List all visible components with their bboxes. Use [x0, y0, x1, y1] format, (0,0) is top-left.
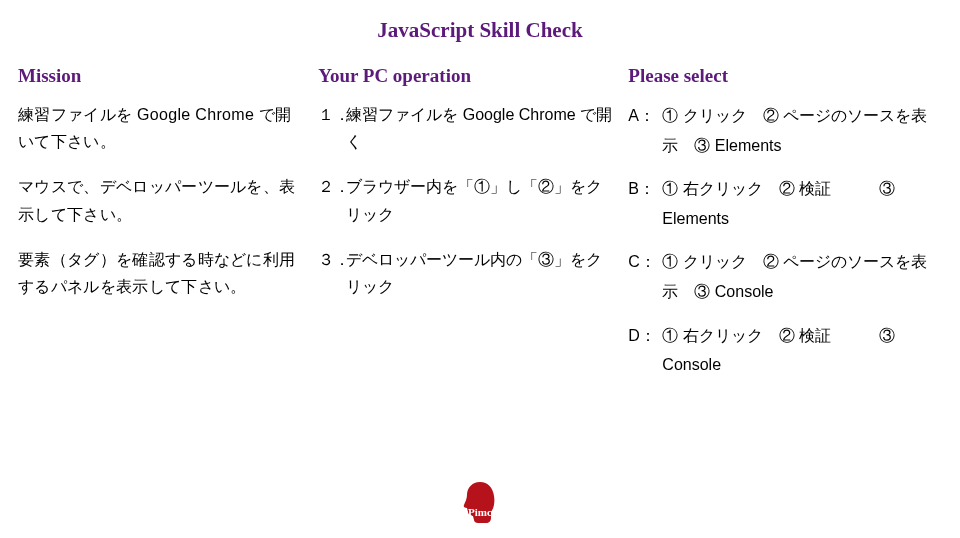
select-heading: Please select [628, 65, 942, 87]
operation-text: デベロッパーツール内の「③」をクリック [346, 246, 612, 300]
operation-number: １． [318, 101, 346, 155]
select-opts: ① クリック ② ページのソースを表示 ③ Elements [662, 101, 942, 160]
operation-number: ２． [318, 173, 346, 227]
operation-item: １． 練習ファイルを Google Chrome で開く [318, 101, 612, 155]
select-option: B： ① 右クリック ② 検証 ③ Elements [628, 174, 942, 233]
operation-column: Your PC operation １． 練習ファイルを Google Chro… [318, 65, 612, 394]
select-column: Please select A： ① クリック ② ページのソースを表示 ③ E… [628, 65, 942, 394]
select-label: B： [628, 174, 662, 233]
columns: Mission 練習ファイルを Google Chrome で開いて下さい。 マ… [0, 43, 960, 394]
mission-item: マウスで、デベロッパーツールを、表示して下さい。 [18, 173, 302, 227]
select-opts: ① 右クリック ② 検証 ③ Elements [662, 174, 942, 233]
select-option: D： ① 右クリック ② 検証 ③ Console [628, 321, 942, 380]
mission-heading: Mission [18, 65, 302, 87]
mission-item: 練習ファイルを Google Chrome で開いて下さい。 [18, 101, 302, 155]
operation-heading: Your PC operation [318, 65, 612, 87]
select-label: D： [628, 321, 662, 380]
operation-text: ブラウザー内を「①」し「②」をクリック [346, 173, 612, 227]
operation-item: ３． デベロッパーツール内の「③」をクリック [318, 246, 612, 300]
footer-logo: Pimc [460, 480, 500, 524]
operation-text: 練習ファイルを Google Chrome で開く [346, 101, 612, 155]
select-label: A： [628, 101, 662, 160]
operation-number: ３． [318, 246, 346, 300]
select-option: A： ① クリック ② ページのソースを表示 ③ Elements [628, 101, 942, 160]
select-opts: ① 右クリック ② 検証 ③ Console [662, 321, 942, 380]
select-option: C： ① クリック ② ページのソースを表示 ③ Console [628, 247, 942, 306]
operation-item: ２． ブラウザー内を「①」し「②」をクリック [318, 173, 612, 227]
mission-column: Mission 練習ファイルを Google Chrome で開いて下さい。 マ… [18, 65, 302, 394]
mission-item: 要素（タグ）を確認する時などに利用するパネルを表示して下さい。 [18, 246, 302, 300]
select-opts: ① クリック ② ページのソースを表示 ③ Console [662, 247, 942, 306]
select-label: C： [628, 247, 662, 306]
page-title: JavaScript Skill Check [0, 0, 960, 43]
logo-text: Pimc [468, 506, 492, 518]
